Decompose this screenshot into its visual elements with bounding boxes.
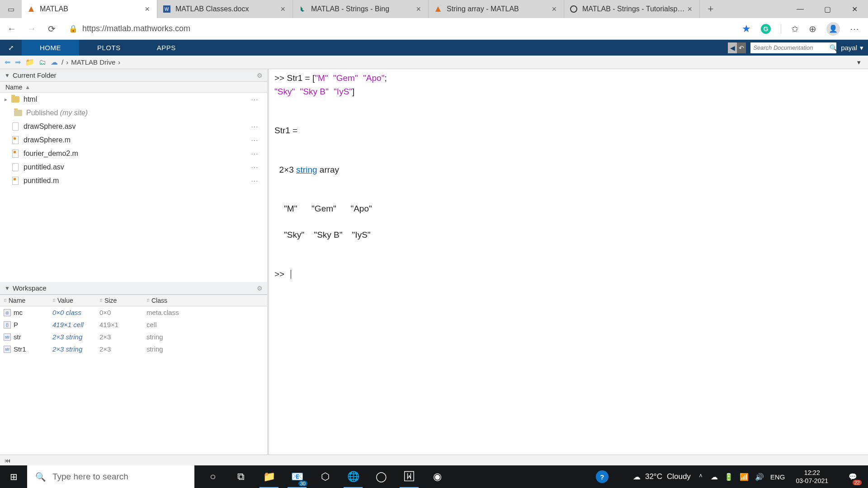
browser-tab-bing[interactable]: MATLAB - Strings - Bing × (293, 0, 429, 18)
chrome-icon[interactable]: ◉ (423, 465, 451, 488)
workspace-header[interactable]: ▼ Workspace ⚙ (0, 282, 267, 295)
search-documentation-input[interactable] (753, 44, 830, 51)
browser-tab-tutorialspoint[interactable]: MATLAB - Strings - Tutorialspoin × (564, 0, 700, 18)
restore-layout-icon[interactable]: ⤢ (0, 40, 22, 56)
toolstrip-prev-icon[interactable]: ◀ (728, 42, 737, 53)
close-icon[interactable]: × (414, 5, 423, 14)
row-more-icon[interactable]: ⋯ (251, 122, 263, 131)
user-menu[interactable]: payal ▾ (841, 44, 863, 52)
file-icon (11, 163, 20, 171)
weather-widget[interactable]: ☁ 32°C Cloudy (633, 472, 691, 482)
tray-expand-icon[interactable]: ＾ (697, 472, 704, 482)
tab-home[interactable]: HOME (22, 40, 79, 56)
current-folder-header[interactable]: ▼ Current Folder ⚙ (0, 69, 267, 82)
gear-icon[interactable]: ⚙ (257, 285, 263, 292)
favorites-icon[interactable]: ✩ (791, 23, 799, 34)
tab-apps[interactable]: APPS (139, 40, 194, 56)
workspace-row-str[interactable]: strstr 2×3 string 2×3 string (0, 331, 267, 343)
weather-cond: Cloudy (667, 472, 691, 481)
profile-avatar[interactable]: 👤 (826, 22, 840, 36)
workspace-columns[interactable]: ⠿Name ⠿Value ⠿Size ⠿Class (0, 295, 267, 306)
search-icon[interactable]: 🔍 (830, 44, 837, 52)
tab-title: MATLAB Classes.docx (175, 5, 278, 13)
path-browse-icon[interactable]: 🗂 (38, 58, 47, 66)
browser-tab-stringarray[interactable]: String array - MATLAB × (429, 0, 564, 18)
collapse-icon[interactable]: ▼ (5, 285, 10, 291)
alexa-icon[interactable]: ◯ (367, 465, 395, 488)
row-more-icon[interactable]: ⋯ (251, 177, 263, 185)
language-indicator[interactable]: ENG (770, 473, 785, 481)
row-more-icon[interactable]: ⋯ (251, 95, 263, 104)
back-button[interactable]: ← (5, 23, 18, 35)
minimize-button[interactable]: — (787, 0, 814, 18)
var-icon: str (4, 333, 11, 341)
command-window[interactable]: >> Str1 = ["M" "Gem" "Apo"; "Sky" "Sky B… (269, 69, 868, 455)
new-tab-button[interactable]: + (700, 0, 722, 18)
search-documentation[interactable]: 🔍 (750, 42, 836, 53)
action-center-icon[interactable]: 💬22 (839, 465, 866, 488)
path-forward-icon[interactable]: ➡ (14, 58, 22, 66)
workspace-row-p[interactable]: {}P 419×1 cell 419×1 cell (0, 319, 267, 331)
path-drive[interactable]: MATLAB Drive (71, 58, 115, 66)
path-back-icon[interactable]: ⬅ (4, 58, 11, 66)
close-icon[interactable]: × (143, 5, 151, 14)
file-row-published[interactable]: Published (my site) (0, 106, 267, 120)
browser-tab-matlab[interactable]: MATLAB × (22, 0, 157, 18)
more-icon[interactable]: ⋯ (850, 23, 859, 34)
clock[interactable]: 12:22 03-07-2021 (791, 469, 833, 485)
file-row-html[interactable]: ▸ html ⋯ (0, 93, 267, 106)
start-button[interactable]: ⊞ (0, 465, 27, 488)
file-row-puntitled-asv[interactable]: puntitled.asv ⋯ (0, 160, 267, 174)
close-window-button[interactable]: ✕ (841, 0, 868, 18)
cortana-icon[interactable]: ○ (199, 465, 227, 488)
toolstrip-undo-icon[interactable]: ↶ (737, 42, 746, 53)
maximize-button[interactable]: ▢ (814, 0, 841, 18)
mail-icon[interactable]: 📧30 (283, 465, 311, 488)
path-expand-icon[interactable]: ▾ (857, 58, 864, 66)
tutorialspoint-favicon-icon (570, 5, 578, 13)
file-row-drawsphere-m[interactable]: drawSphere.m ⋯ (0, 133, 267, 147)
explorer-icon[interactable]: 📁 (255, 465, 283, 488)
collections-icon[interactable]: ⊕ (809, 23, 816, 34)
col-class: Class (151, 297, 167, 304)
string-type-link[interactable]: string (296, 165, 317, 174)
tab-plots[interactable]: PLOTS (79, 40, 139, 56)
file-row-drawsphere-asv[interactable]: drawSphere.asv ⋯ (0, 120, 267, 133)
app-icon[interactable]: ⬡ (311, 465, 339, 488)
help-icon[interactable]: ? (596, 470, 609, 483)
close-icon[interactable]: × (278, 5, 287, 14)
action-badge: 22 (853, 480, 862, 485)
row-more-icon[interactable]: ⋯ (251, 136, 263, 145)
row-more-icon[interactable]: ⋯ (251, 163, 263, 172)
gear-icon[interactable]: ⚙ (257, 72, 263, 79)
file-column-header[interactable]: Name ▲ (0, 82, 267, 93)
file-row-puntitled-m[interactable]: puntitled.m ⋯ (0, 174, 267, 188)
workspace-row-mc[interactable]: ◎mc 0×0 class 0×0 meta.class (0, 306, 267, 319)
word-icon[interactable]: 🅆 (395, 465, 423, 488)
browser-tab-classes[interactable]: W MATLAB Classes.docx × (157, 0, 293, 18)
close-icon[interactable]: × (550, 5, 558, 14)
edge-icon[interactable]: 🌐 (339, 465, 367, 488)
status-collapse-icon[interactable]: ⏮ (5, 457, 11, 464)
forward-button[interactable]: → (25, 23, 38, 35)
volume-icon[interactable]: 🔊 (755, 473, 764, 481)
path-up-icon[interactable]: 📁 (24, 58, 35, 66)
favorite-star-icon[interactable]: ★ (742, 23, 751, 35)
file-row-fourier[interactable]: fourier_demo2.m ⋯ (0, 147, 267, 160)
wifi-icon[interactable]: 📶 (740, 473, 749, 481)
expand-icon[interactable]: ▸ (5, 96, 11, 103)
tab-actions-icon[interactable]: ▭ (0, 0, 22, 18)
onedrive-icon[interactable]: ☁ (711, 473, 718, 481)
svg-marker-3 (435, 6, 441, 12)
collapse-icon[interactable]: ▼ (5, 72, 10, 79)
refresh-button[interactable]: ⟳ (45, 23, 58, 35)
workspace-row-str1[interactable]: strStr1 2×3 string 2×3 string (0, 343, 267, 355)
taskbar-search[interactable]: 🔍 Type here to search (27, 465, 194, 488)
task-view-icon[interactable]: ⧉ (227, 465, 255, 488)
row-more-icon[interactable]: ⋯ (251, 150, 263, 158)
tab-title: String array - MATLAB (447, 5, 550, 13)
url-field[interactable]: 🔒 https://matlab.mathworks.com (65, 24, 735, 33)
close-icon[interactable]: × (685, 5, 694, 14)
battery-icon[interactable]: 🔋 (724, 473, 733, 481)
grammarly-icon[interactable]: G (761, 24, 771, 34)
